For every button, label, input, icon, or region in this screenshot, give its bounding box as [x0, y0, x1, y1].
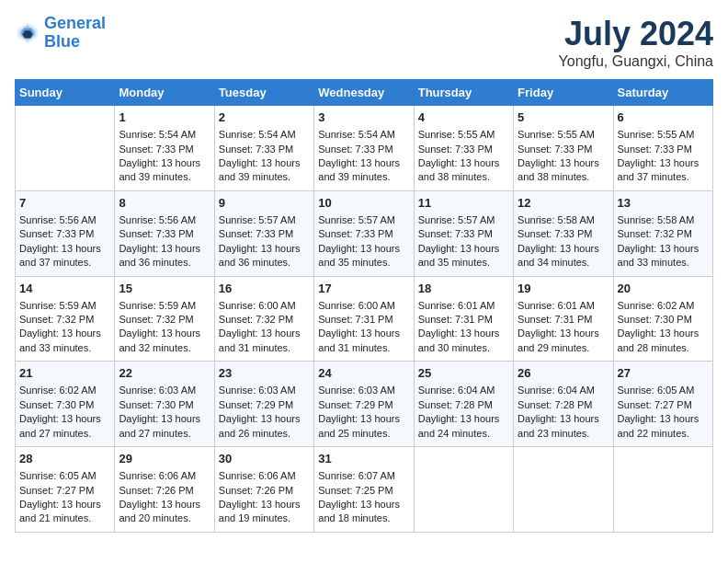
- weekday-header-thursday: Thursday: [414, 80, 513, 106]
- day-number: 12: [518, 195, 609, 212]
- logo-text: General Blue: [44, 15, 106, 52]
- day-number: 22: [119, 365, 210, 382]
- day-number: 15: [119, 281, 210, 297]
- calendar-cell: 6Sunrise: 5:55 AM Sunset: 7:33 PM Daylig…: [613, 106, 712, 191]
- weekday-header-sunday: Sunday: [16, 80, 115, 106]
- day-info: Sunrise: 6:03 AM Sunset: 7:30 PM Dayligh…: [119, 385, 200, 438]
- day-info: Sunrise: 6:01 AM Sunset: 7:31 PM Dayligh…: [418, 300, 500, 353]
- calendar-cell: [514, 447, 613, 533]
- day-number: 1: [119, 109, 210, 126]
- day-number: 6: [618, 109, 709, 126]
- day-info: Sunrise: 5:55 AM Sunset: 7:33 PM Dayligh…: [418, 129, 500, 182]
- calendar-cell: 30Sunrise: 6:06 AM Sunset: 7:26 PM Dayli…: [214, 447, 313, 533]
- day-info: Sunrise: 5:56 AM Sunset: 7:33 PM Dayligh…: [19, 214, 101, 268]
- day-info: Sunrise: 5:57 AM Sunset: 7:33 PM Dayligh…: [318, 214, 400, 268]
- day-info: Sunrise: 5:58 AM Sunset: 7:33 PM Dayligh…: [518, 214, 599, 268]
- weekday-header-saturday: Saturday: [613, 80, 712, 106]
- calendar-cell: 31Sunrise: 6:07 AM Sunset: 7:25 PM Dayli…: [314, 447, 414, 533]
- calendar-cell: 27Sunrise: 6:05 AM Sunset: 7:27 PM Dayli…: [613, 362, 712, 447]
- day-info: Sunrise: 5:59 AM Sunset: 7:32 PM Dayligh…: [19, 300, 101, 353]
- day-number: 27: [618, 365, 709, 382]
- calendar-cell: 21Sunrise: 6:02 AM Sunset: 7:30 PM Dayli…: [16, 362, 115, 447]
- calendar-cell: 11Sunrise: 5:57 AM Sunset: 7:33 PM Dayli…: [414, 190, 513, 276]
- calendar-cell: [613, 447, 712, 533]
- day-number: 23: [219, 365, 310, 382]
- day-info: Sunrise: 6:02 AM Sunset: 7:30 PM Dayligh…: [19, 385, 101, 438]
- calendar-cell: 9Sunrise: 5:57 AM Sunset: 7:33 PM Daylig…: [214, 190, 313, 276]
- calendar-cell: 22Sunrise: 6:03 AM Sunset: 7:30 PM Dayli…: [115, 362, 214, 447]
- week-row-2: 7Sunrise: 5:56 AM Sunset: 7:33 PM Daylig…: [16, 190, 713, 276]
- week-row-5: 28Sunrise: 6:05 AM Sunset: 7:27 PM Dayli…: [16, 447, 713, 533]
- day-info: Sunrise: 6:01 AM Sunset: 7:31 PM Dayligh…: [518, 300, 599, 353]
- day-info: Sunrise: 6:04 AM Sunset: 7:28 PM Dayligh…: [518, 385, 599, 438]
- day-number: 19: [518, 281, 609, 297]
- logo-line1: General: [44, 14, 106, 32]
- calendar-cell: 25Sunrise: 6:04 AM Sunset: 7:28 PM Dayli…: [414, 362, 513, 447]
- day-number: 10: [318, 195, 409, 212]
- week-row-4: 21Sunrise: 6:02 AM Sunset: 7:30 PM Dayli…: [16, 362, 713, 447]
- calendar-cell: 7Sunrise: 5:56 AM Sunset: 7:33 PM Daylig…: [16, 190, 115, 276]
- day-number: 26: [518, 365, 609, 382]
- calendar-cell: 4Sunrise: 5:55 AM Sunset: 7:33 PM Daylig…: [414, 106, 513, 191]
- day-info: Sunrise: 6:00 AM Sunset: 7:31 PM Dayligh…: [318, 300, 400, 353]
- day-number: 8: [119, 195, 210, 212]
- day-info: Sunrise: 6:06 AM Sunset: 7:26 PM Dayligh…: [119, 470, 200, 523]
- calendar-cell: 18Sunrise: 6:01 AM Sunset: 7:31 PM Dayli…: [414, 276, 513, 362]
- day-info: Sunrise: 6:05 AM Sunset: 7:27 PM Dayligh…: [19, 470, 101, 523]
- day-number: 30: [219, 451, 310, 467]
- calendar-cell: 2Sunrise: 5:54 AM Sunset: 7:33 PM Daylig…: [214, 106, 313, 191]
- calendar-cell: 19Sunrise: 6:01 AM Sunset: 7:31 PM Dayli…: [514, 276, 613, 362]
- weekday-header-row: SundayMondayTuesdayWednesdayThursdayFrid…: [16, 80, 713, 106]
- calendar-cell: [414, 447, 513, 533]
- day-info: Sunrise: 6:06 AM Sunset: 7:26 PM Dayligh…: [219, 470, 301, 523]
- page-header: General Blue July 2024 Yongfu, Guangxi, …: [15, 15, 713, 70]
- day-info: Sunrise: 6:03 AM Sunset: 7:29 PM Dayligh…: [219, 385, 301, 438]
- calendar-cell: 12Sunrise: 5:58 AM Sunset: 7:33 PM Dayli…: [514, 190, 613, 276]
- day-number: 13: [618, 195, 709, 212]
- logo: General Blue: [15, 15, 106, 52]
- day-number: 7: [19, 195, 110, 212]
- day-number: 11: [418, 195, 509, 212]
- calendar-cell: 28Sunrise: 6:05 AM Sunset: 7:27 PM Dayli…: [16, 447, 115, 533]
- calendar-cell: 23Sunrise: 6:03 AM Sunset: 7:29 PM Dayli…: [214, 362, 313, 447]
- day-number: 29: [119, 451, 210, 467]
- day-number: 31: [318, 451, 409, 467]
- day-info: Sunrise: 5:56 AM Sunset: 7:33 PM Dayligh…: [119, 214, 200, 268]
- day-number: 16: [219, 281, 310, 297]
- day-info: Sunrise: 5:54 AM Sunset: 7:33 PM Dayligh…: [318, 129, 400, 182]
- day-info: Sunrise: 5:58 AM Sunset: 7:32 PM Dayligh…: [618, 214, 700, 268]
- sub-title: Yongfu, Guangxi, China: [559, 53, 713, 70]
- calendar-cell: 15Sunrise: 5:59 AM Sunset: 7:32 PM Dayli…: [115, 276, 214, 362]
- day-number: 20: [618, 281, 709, 297]
- day-number: 2: [219, 109, 310, 126]
- calendar-cell: 24Sunrise: 6:03 AM Sunset: 7:29 PM Dayli…: [314, 362, 414, 447]
- calendar-cell: 13Sunrise: 5:58 AM Sunset: 7:32 PM Dayli…: [613, 190, 712, 276]
- calendar-cell: 20Sunrise: 6:02 AM Sunset: 7:30 PM Dayli…: [613, 276, 712, 362]
- day-number: 3: [318, 109, 409, 126]
- day-info: Sunrise: 5:55 AM Sunset: 7:33 PM Dayligh…: [518, 129, 599, 182]
- week-row-3: 14Sunrise: 5:59 AM Sunset: 7:32 PM Dayli…: [16, 276, 713, 362]
- day-info: Sunrise: 5:57 AM Sunset: 7:33 PM Dayligh…: [219, 214, 301, 268]
- day-info: Sunrise: 6:07 AM Sunset: 7:25 PM Dayligh…: [318, 470, 400, 523]
- day-info: Sunrise: 6:04 AM Sunset: 7:28 PM Dayligh…: [418, 385, 500, 438]
- day-info: Sunrise: 5:54 AM Sunset: 7:33 PM Dayligh…: [219, 129, 301, 182]
- logo-line2: Blue: [44, 32, 80, 51]
- calendar-table: SundayMondayTuesdayWednesdayThursdayFrid…: [15, 79, 713, 533]
- weekday-header-monday: Monday: [115, 80, 214, 106]
- day-info: Sunrise: 6:00 AM Sunset: 7:32 PM Dayligh…: [219, 300, 301, 353]
- day-number: 28: [19, 451, 110, 467]
- calendar-cell: 1Sunrise: 5:54 AM Sunset: 7:33 PM Daylig…: [115, 106, 214, 191]
- calendar-cell: 16Sunrise: 6:00 AM Sunset: 7:32 PM Dayli…: [214, 276, 313, 362]
- calendar-cell: 29Sunrise: 6:06 AM Sunset: 7:26 PM Dayli…: [115, 447, 214, 533]
- calendar-cell: 3Sunrise: 5:54 AM Sunset: 7:33 PM Daylig…: [314, 106, 414, 191]
- weekday-header-tuesday: Tuesday: [214, 80, 313, 106]
- calendar-cell: 8Sunrise: 5:56 AM Sunset: 7:33 PM Daylig…: [115, 190, 214, 276]
- day-number: 18: [418, 281, 509, 297]
- day-info: Sunrise: 5:55 AM Sunset: 7:33 PM Dayligh…: [618, 129, 700, 182]
- calendar-cell: 10Sunrise: 5:57 AM Sunset: 7:33 PM Dayli…: [314, 190, 414, 276]
- day-info: Sunrise: 6:05 AM Sunset: 7:27 PM Dayligh…: [618, 385, 700, 438]
- logo-icon: [15, 20, 40, 46]
- day-number: 4: [418, 109, 509, 126]
- day-number: 14: [19, 281, 110, 297]
- day-info: Sunrise: 6:02 AM Sunset: 7:30 PM Dayligh…: [618, 300, 700, 353]
